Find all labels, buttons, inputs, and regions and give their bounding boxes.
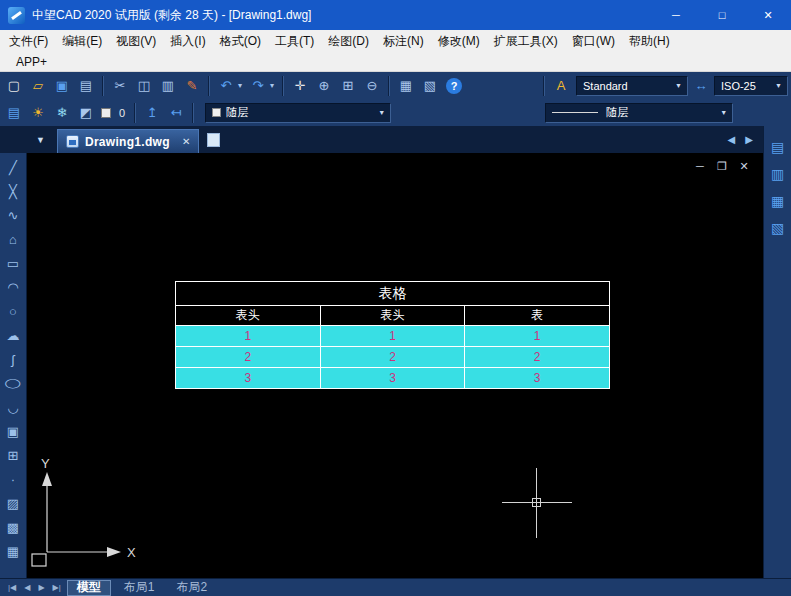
doc-restore-button[interactable]: ❐ — [715, 160, 729, 173]
revision-cloud-tool[interactable]: ☁ — [2, 323, 24, 347]
zoom-previous-button[interactable]: ⊖ — [361, 75, 383, 97]
rectangle-tool[interactable]: ▭ — [2, 251, 24, 275]
menu-dimension[interactable]: 标注(N) — [376, 30, 431, 52]
line-tool[interactable]: ╱ — [2, 155, 24, 179]
viewports-button[interactable]: ▦ — [395, 75, 417, 97]
make-block-tool[interactable]: ⊞ — [2, 443, 24, 467]
docked-panel-icon-4[interactable]: ▧ — [768, 219, 788, 237]
toolbar-separator — [208, 76, 210, 96]
undo-button[interactable]: ↶ — [215, 75, 237, 97]
zoom-window-button[interactable]: ⊞ — [337, 75, 359, 97]
open-file-button[interactable]: ▱ — [27, 75, 49, 97]
doc-close-button[interactable]: ✕ — [737, 160, 751, 173]
drawing-table[interactable]: 表格 表头 表头 表 1 1 1 2 2 2 3 3 3 — [175, 281, 610, 389]
docked-panel-icon-1[interactable]: ▤ — [768, 138, 788, 156]
text-style-combo[interactable]: Standard ▼ — [576, 76, 688, 96]
tab-close-button[interactable]: ✕ — [182, 136, 190, 147]
save-button[interactable]: ▣ — [51, 75, 73, 97]
table-header-cell: 表头 — [320, 306, 465, 326]
minimize-button[interactable]: ─ — [653, 0, 699, 30]
plot-button[interactable]: ▤ — [75, 75, 97, 97]
menu-tools[interactable]: 工具(T) — [268, 30, 321, 52]
zoom-realtime-button[interactable]: ⊕ — [313, 75, 335, 97]
linetype-combo[interactable]: 随层 ▼ — [545, 103, 733, 123]
menu-edit[interactable]: 编辑(E) — [55, 30, 109, 52]
copy-button[interactable]: ◫ — [133, 75, 155, 97]
menu-help[interactable]: 帮助(H) — [622, 30, 677, 52]
ucs-icon: Y X — [29, 456, 149, 568]
linetype-preview — [552, 112, 598, 113]
dim-style-combo[interactable]: ISO-25 ▼ — [714, 76, 788, 96]
layer-freeze-icon[interactable]: ❄ — [51, 102, 73, 124]
menu-window[interactable]: 窗口(W) — [565, 30, 622, 52]
tab-scroll-right-button[interactable]: ▶ — [745, 134, 753, 145]
color-value: 随层 — [226, 105, 248, 120]
arc-tool[interactable]: ◠ — [2, 275, 24, 299]
table-header-cell: 表头 — [176, 306, 321, 326]
make-layer-current-button[interactable]: ↥ — [141, 102, 163, 124]
menu-modify[interactable]: 修改(M) — [431, 30, 487, 52]
menu-express-tools[interactable]: 扩展工具(X) — [487, 30, 565, 52]
sheet-set-button[interactable]: ▧ — [419, 75, 441, 97]
layer-properties-button[interactable]: ▤ — [3, 102, 25, 124]
standard-toolbar: ▢ ▱ ▣ ▤ ✂ ◫ ▥ ✎ ↶ ▾ ↷ ▾ ✛ ⊕ ⊞ ⊖ ▦ ▧ ? A … — [0, 72, 791, 99]
docked-panel-icon-3[interactable]: ▦ — [768, 192, 788, 210]
construction-line-tool[interactable]: ╳ — [2, 179, 24, 203]
docked-panel-icon-2[interactable]: ▥ — [768, 165, 788, 183]
hatch-tool[interactable]: ▨ — [2, 491, 24, 515]
menu-insert[interactable]: 插入(I) — [163, 30, 212, 52]
combo-arrow-icon: ▼ — [376, 109, 387, 116]
text-style-button[interactable]: A — [550, 75, 572, 97]
combo-arrow-icon: ▼ — [773, 82, 784, 89]
paste-button[interactable]: ▥ — [157, 75, 179, 97]
tab-drawing1[interactable]: Drawing1.dwg ✕ — [57, 129, 199, 153]
cut-button[interactable]: ✂ — [109, 75, 131, 97]
table-tool[interactable]: ▦ — [2, 539, 24, 563]
gradient-tool[interactable]: ▩ — [2, 515, 24, 539]
menu-view[interactable]: 视图(V) — [109, 30, 163, 52]
insert-block-tool[interactable]: ▣ — [2, 419, 24, 443]
help-button[interactable]: ? — [446, 78, 462, 94]
redo-dropdown-icon[interactable]: ▾ — [267, 75, 277, 97]
new-file-button[interactable]: ▢ — [3, 75, 25, 97]
model-tab[interactable]: 模型 — [67, 580, 111, 596]
pan-button[interactable]: ✛ — [289, 75, 311, 97]
tab-menu-icon[interactable]: ▼ — [36, 135, 45, 145]
drawing-canvas[interactable]: ─ ❐ ✕ 表格 表头 表头 表 1 1 1 2 2 2 — [27, 153, 763, 578]
menu-draw[interactable]: 绘图(D) — [321, 30, 376, 52]
menu-app-plus[interactable]: APP+ — [9, 52, 54, 71]
undo-dropdown-icon[interactable]: ▾ — [235, 75, 245, 97]
ellipse-arc-tool[interactable]: ◡ — [2, 395, 24, 419]
redo-button[interactable]: ↷ — [247, 75, 269, 97]
layer-on-off-icon[interactable]: ☀ — [27, 102, 49, 124]
prev-tab-button[interactable]: ◀ — [22, 583, 32, 592]
ellipse-tool[interactable]: ◯ — [2, 376, 24, 391]
next-tab-button[interactable]: ▶ — [36, 583, 46, 592]
tab-scroll-left-button[interactable]: ◀ — [728, 134, 736, 145]
polygon-tool[interactable]: ⌂ — [2, 227, 24, 251]
layout2-tab[interactable]: 布局2 — [167, 580, 216, 596]
first-tab-button[interactable]: |◀ — [6, 583, 18, 592]
close-button[interactable]: ✕ — [745, 0, 791, 30]
doc-minimize-button[interactable]: ─ — [693, 160, 707, 173]
bylayer-color-swatch — [212, 108, 221, 117]
table-title-cell: 表格 — [176, 282, 610, 306]
menu-format[interactable]: 格式(O) — [213, 30, 268, 52]
layout1-tab[interactable]: 布局1 — [115, 580, 164, 596]
menu-bar: 文件(F) 编辑(E) 视图(V) 插入(I) 格式(O) 工具(T) 绘图(D… — [0, 30, 791, 52]
match-properties-button[interactable]: ✎ — [181, 75, 203, 97]
new-tab-button[interactable] — [207, 133, 220, 147]
menu-file[interactable]: 文件(F) — [2, 30, 55, 52]
dim-style-button[interactable]: ↔ — [690, 75, 712, 97]
table-cell: 2 — [320, 347, 465, 368]
spline-tool[interactable]: ʃ — [2, 347, 24, 371]
point-tool[interactable]: ∙ — [2, 467, 24, 491]
color-combo[interactable]: 随层 ▼ — [205, 103, 391, 123]
maximize-button[interactable]: □ — [699, 0, 745, 30]
polyline-tool[interactable]: ∿ — [2, 203, 24, 227]
last-tab-button[interactable]: ▶| — [51, 583, 63, 592]
layer-previous-button[interactable]: ↤ — [165, 102, 187, 124]
table-cell: 1 — [176, 326, 321, 347]
circle-tool[interactable]: ○ — [2, 299, 24, 323]
layer-lock-icon[interactable]: ◩ — [75, 102, 97, 124]
